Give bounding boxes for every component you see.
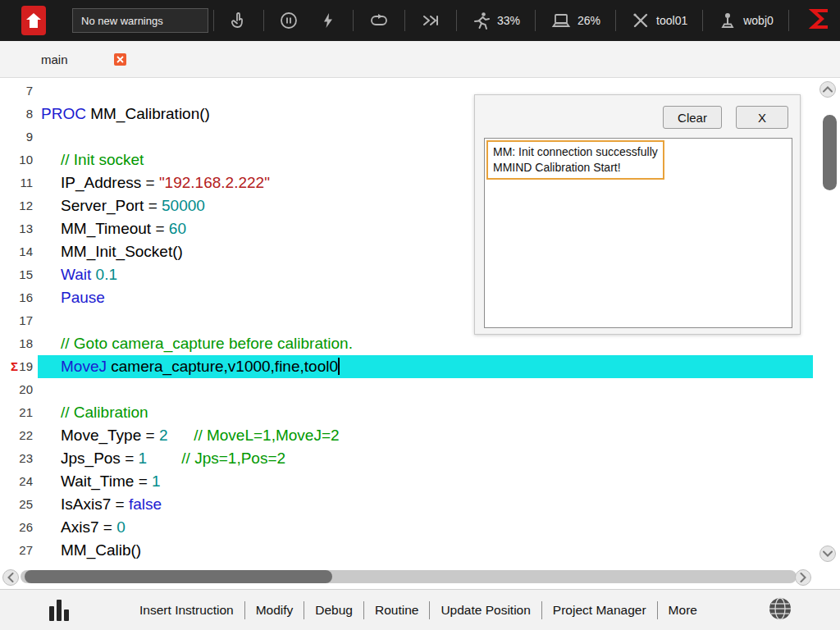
line-number: 15: [0, 263, 38, 286]
line-number: 10: [0, 148, 38, 171]
dialog-close-button[interactable]: X: [736, 106, 788, 129]
scroll-down-button[interactable]: [819, 546, 836, 562]
line-number: 7: [0, 80, 38, 103]
line-number: 20: [0, 378, 38, 401]
warning-status[interactable]: No new warnings: [72, 8, 208, 33]
message-line: MMIND Calibration Start!: [493, 160, 658, 176]
divider: [353, 10, 354, 31]
debug-button[interactable]: Debug: [304, 603, 363, 618]
warning-text: No new warnings: [81, 15, 163, 27]
loop-icon[interactable]: [358, 11, 399, 30]
tool-name: tool01: [656, 14, 687, 27]
line-number: 9: [0, 126, 38, 148]
code-text: Axis7 = 0: [38, 516, 813, 539]
divider: [404, 10, 405, 31]
code-text: // Goto camera_capture before calibratio…: [38, 332, 813, 355]
sigma-brand-icon: [809, 7, 830, 34]
laptop-icon: [550, 11, 572, 30]
run-speed-indicator[interactable]: 33%: [462, 11, 530, 30]
bottom-buttons: Insert Instruction Modify Debug Routine …: [69, 601, 768, 619]
home-icon: [25, 11, 42, 30]
line-number: 23: [0, 447, 38, 470]
line-number: 16: [0, 286, 38, 309]
project-manager-button[interactable]: Project Manager: [542, 603, 657, 618]
code-line[interactable]: 22Move_Type = 2 // MoveL=1,MoveJ=2: [0, 424, 813, 447]
code-line[interactable]: 18// Goto camera_capture before calibrat…: [0, 332, 813, 355]
modify-button[interactable]: Modify: [245, 603, 304, 618]
message-line: MM: Init connection successfully: [493, 144, 658, 160]
line-number: 26: [0, 516, 38, 539]
tab-bar: main: [0, 41, 840, 78]
code-line[interactable]: 26Axis7 = 0: [0, 516, 813, 539]
tool-indicator[interactable]: tool01: [621, 11, 697, 30]
clear-button[interactable]: Clear: [663, 106, 722, 129]
code-text: Move_Type = 2 // MoveL=1,MoveJ=2: [38, 424, 813, 447]
code-text: // Calibration: [38, 401, 813, 424]
chevron-up-icon: [823, 86, 833, 93]
divider: [263, 10, 264, 31]
line-number: 27: [0, 539, 38, 562]
bottom-menu-bar: Insert Instruction Modify Debug Routine …: [0, 589, 840, 630]
vertical-scrollbar-thumb[interactable]: [823, 115, 837, 190]
hand-cursor-icon[interactable]: [219, 11, 258, 30]
code-line[interactable]: 20: [0, 378, 813, 401]
code-text: Jps_Pos = 1 // Jps=1,Pos=2: [38, 447, 813, 470]
wobj-name: wobj0: [743, 14, 774, 27]
line-number: 14: [0, 240, 38, 263]
divider: [456, 10, 457, 31]
more-button[interactable]: More: [658, 603, 708, 618]
scroll-right-button[interactable]: [795, 569, 811, 586]
routine-button[interactable]: Routine: [364, 603, 429, 618]
code-line[interactable]: 27MM_Calib(): [0, 539, 813, 562]
code-text: [38, 378, 813, 401]
line-number: 12: [0, 194, 38, 217]
message-dialog: Clear X MM: Init connection successfully…: [474, 94, 801, 335]
message-box: MM: Init connection successfully MMIND C…: [486, 140, 664, 180]
brand-logo: [21, 6, 46, 35]
line-number: 21: [0, 401, 38, 424]
flash-icon[interactable]: [308, 11, 348, 30]
code-editor[interactable]: 78PROC MM_Calibration()910// Init socket…: [0, 78, 840, 589]
scroll-left-button[interactable]: [2, 569, 19, 586]
code-text: MM_Calib(): [38, 539, 813, 562]
language-globe-icon[interactable]: [768, 596, 792, 624]
insert-instruction-button[interactable]: Insert Instruction: [129, 603, 244, 618]
code-line[interactable]: 24Wait_Time = 1: [0, 470, 813, 493]
chevron-left-icon: [7, 573, 14, 582]
divider: [702, 10, 703, 31]
text-cursor: [338, 358, 340, 375]
tools-icon: [631, 11, 651, 30]
close-icon: [116, 56, 124, 63]
horizontal-scrollbar-thumb[interactable]: [25, 570, 332, 583]
display-percent: 26%: [578, 14, 600, 27]
update-position-button[interactable]: Update Position: [430, 603, 541, 618]
display-indicator[interactable]: 26%: [541, 11, 610, 30]
menu-columns-icon[interactable]: [49, 600, 69, 621]
divider: [535, 10, 536, 31]
line-number: 13: [0, 217, 38, 240]
code-line[interactable]: Σ19MoveJ camera_capture,v1000,fine,tool0: [0, 355, 813, 378]
code-text: IsAxis7 = false: [38, 493, 813, 516]
pause-icon[interactable]: [269, 11, 308, 30]
scroll-up-button[interactable]: [819, 81, 836, 98]
line-number: 18: [0, 332, 38, 355]
code-line[interactable]: 21// Calibration: [0, 401, 813, 424]
chevron-right-icon: [800, 573, 806, 582]
code-line[interactable]: 23Jps_Pos = 1 // Jps=1,Pos=2: [0, 447, 813, 470]
code-line[interactable]: 25IsAxis7 = false: [0, 493, 813, 516]
wobj-indicator[interactable]: wobj0: [708, 11, 783, 30]
line-number: 24: [0, 470, 38, 493]
chevron-down-icon: [823, 550, 833, 557]
divider: [213, 10, 214, 31]
line-number: 8: [0, 103, 38, 126]
fast-forward-icon[interactable]: [410, 11, 451, 30]
code-text: Wait_Time = 1: [38, 470, 813, 493]
divider: [788, 10, 789, 31]
running-person-icon: [472, 11, 491, 30]
tab-main[interactable]: main: [41, 52, 68, 66]
run-percent: 33%: [497, 14, 520, 27]
tab-close-button[interactable]: [114, 53, 126, 66]
line-number: 25: [0, 493, 38, 516]
message-log: MM: Init connection successfully MMIND C…: [484, 138, 792, 328]
code-text: MoveJ camera_capture,v1000,fine,tool0: [38, 355, 813, 378]
